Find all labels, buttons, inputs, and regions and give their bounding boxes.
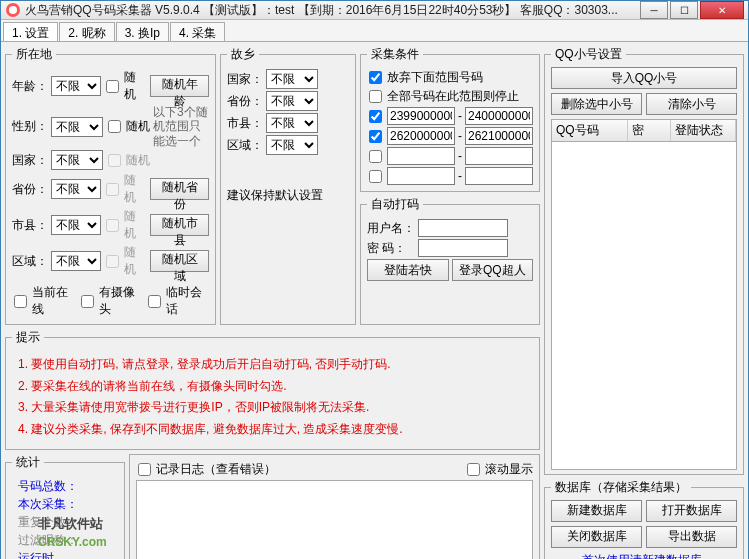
- main-tabs: 1. 设置 2. 昵称 3. 换Ip 4. 采集: [1, 20, 748, 42]
- tip-1: 1. 要使用自动打码, 请点登录, 登录成功后开启自动打码, 否则手动打码.: [18, 354, 527, 376]
- first-use-link[interactable]: 首次使用请新建数据库.: [551, 552, 737, 559]
- stop-all-cb[interactable]: [369, 90, 382, 103]
- log-record-cb[interactable]: [138, 463, 151, 476]
- random-province-button[interactable]: 随机省份: [150, 178, 210, 200]
- country-random-cb: [108, 154, 121, 167]
- minimize-button[interactable]: ─: [640, 1, 668, 19]
- open-db-button[interactable]: 打开数据库: [646, 500, 737, 522]
- stats-this: 本次采集：: [18, 495, 112, 513]
- stats-runtime: 运行时: [18, 549, 112, 559]
- tab-collect[interactable]: 4. 采集: [170, 22, 225, 41]
- log-group: 记录日志（查看错误） 滚动显示: [129, 454, 540, 559]
- window-title: 火鸟营销QQ号码采集器 V5.9.0.4 【测试版】：test 【到期：2016…: [25, 2, 638, 19]
- city-select[interactable]: 不限: [51, 215, 101, 235]
- random-area-button[interactable]: 随机区域: [150, 250, 210, 272]
- range2-cb[interactable]: [369, 130, 382, 143]
- hometown-group: 故乡 国家：不限 省份：不限 市县：不限 区域：不限 建议保持默认设置: [220, 46, 356, 325]
- app-icon: [5, 2, 21, 18]
- ht-province-select[interactable]: 不限: [266, 91, 318, 111]
- province-random-cb: [106, 183, 119, 196]
- city-label: 市县：: [12, 217, 48, 234]
- log-textarea[interactable]: [136, 480, 533, 559]
- age-label: 年龄：: [12, 78, 48, 95]
- ht-area-select[interactable]: 不限: [266, 135, 318, 155]
- range4-cb[interactable]: [369, 170, 382, 183]
- area-label: 区域：: [12, 253, 48, 270]
- location-group: 所在地 年龄： 不限 随机 随机年龄 性别： 不限 随机 以下3个随机范围只能选…: [5, 46, 216, 325]
- range3-cb[interactable]: [369, 150, 382, 163]
- tip-2: 2. 要采集在线的请将当前在线，有摄像头同时勾选.: [18, 376, 527, 398]
- ht-city-select[interactable]: 不限: [266, 113, 318, 133]
- database-group: 数据库（存储采集结果） 新建数据库 打开数据库 关闭数据库 导出数据 首次使用请…: [544, 479, 744, 559]
- province-select[interactable]: 不限: [51, 179, 101, 199]
- range2-to[interactable]: [465, 127, 533, 145]
- tab-nickname[interactable]: 2. 昵称: [59, 22, 114, 41]
- range2-from[interactable]: [387, 127, 455, 145]
- random-age-button[interactable]: 随机年龄: [150, 75, 210, 97]
- export-db-button[interactable]: 导出数据: [646, 526, 737, 548]
- col-pass: 密: [628, 120, 671, 141]
- collect-cond-group: 采集条件 放弃下面范围号码 全部号码在此范围则停止 - - - -: [360, 46, 540, 192]
- autocode-group: 自动打码 用户名： 密 码： 登陆若快登录QQ超人: [360, 196, 540, 325]
- login-qqsr-button[interactable]: 登录QQ超人: [452, 259, 534, 281]
- watermark: 非凡软件站CRSKY.com: [38, 515, 107, 549]
- import-qq-button[interactable]: 导入QQ小号: [551, 67, 737, 89]
- autocode-pass-input[interactable]: [418, 239, 508, 257]
- age-select[interactable]: 不限: [51, 76, 101, 96]
- tab-changeip[interactable]: 3. 换Ip: [116, 22, 169, 41]
- area-select[interactable]: 不限: [51, 251, 101, 271]
- ht-country-select[interactable]: 不限: [266, 69, 318, 89]
- random-note: 以下3个随机范围只能选一个: [153, 105, 208, 148]
- country-label: 国家：: [12, 152, 48, 169]
- province-label: 省份：: [12, 181, 48, 198]
- range3-to[interactable]: [465, 147, 533, 165]
- delete-selected-button[interactable]: 删除选中小号: [551, 93, 642, 115]
- tab-settings[interactable]: 1. 设置: [3, 22, 58, 41]
- camera-cb[interactable]: [81, 295, 94, 308]
- qq-accounts-table[interactable]: QQ号码 密 登陆状态: [551, 119, 737, 470]
- range4-from[interactable]: [387, 167, 455, 185]
- sex-label: 性别：: [12, 118, 48, 135]
- range4-to[interactable]: [465, 167, 533, 185]
- sex-select[interactable]: 不限: [51, 117, 103, 137]
- tips-group: 提示 1. 要使用自动打码, 请点登录, 登录成功后开启自动打码, 否则手动打码…: [5, 329, 540, 449]
- hometown-legend: 故乡: [227, 46, 259, 63]
- sex-random-cb[interactable]: [108, 120, 121, 133]
- keep-default-note: 建议保持默认设置: [227, 187, 349, 204]
- new-db-button[interactable]: 新建数据库: [551, 500, 642, 522]
- range1-from[interactable]: [387, 107, 455, 125]
- range1-to[interactable]: [465, 107, 533, 125]
- clear-accounts-button[interactable]: 清除小号: [646, 93, 737, 115]
- svg-point-1: [9, 6, 17, 14]
- tip-4: 4. 建议分类采集, 保存到不同数据库, 避免数据库过大, 造成采集速度变慢.: [18, 419, 527, 441]
- range3-from[interactable]: [387, 147, 455, 165]
- online-cb[interactable]: [14, 295, 27, 308]
- random-city-button[interactable]: 随机市县: [150, 214, 210, 236]
- col-status: 登陆状态: [671, 120, 736, 141]
- close-button[interactable]: ✕: [700, 1, 744, 19]
- titlebar: 火鸟营销QQ号码采集器 V5.9.0.4 【测试版】：test 【到期：2016…: [1, 1, 748, 20]
- autocode-user-input[interactable]: [418, 219, 508, 237]
- range1-cb[interactable]: [369, 110, 382, 123]
- close-db-button[interactable]: 关闭数据库: [551, 526, 642, 548]
- tip-3: 3. 大量采集请使用宽带拨号进行更换IP，否则IP被限制将无法采集.: [18, 397, 527, 419]
- age-random-cb[interactable]: [106, 80, 119, 93]
- maximize-button[interactable]: ☐: [670, 1, 698, 19]
- city-random-cb: [106, 219, 119, 232]
- abandon-range-cb[interactable]: [369, 71, 382, 84]
- location-legend: 所在地: [12, 46, 56, 63]
- tempsession-cb[interactable]: [148, 295, 161, 308]
- country-select[interactable]: 不限: [51, 150, 103, 170]
- login-ruokuai-button[interactable]: 登陆若快: [367, 259, 449, 281]
- col-qq: QQ号码: [552, 120, 628, 141]
- area-random-cb: [106, 255, 119, 268]
- stats-total: 号码总数：: [18, 477, 112, 495]
- qq-account-group: QQ小号设置 导入QQ小号 删除选中小号 清除小号 QQ号码 密 登陆状态: [544, 46, 744, 475]
- log-scroll-cb[interactable]: [467, 463, 480, 476]
